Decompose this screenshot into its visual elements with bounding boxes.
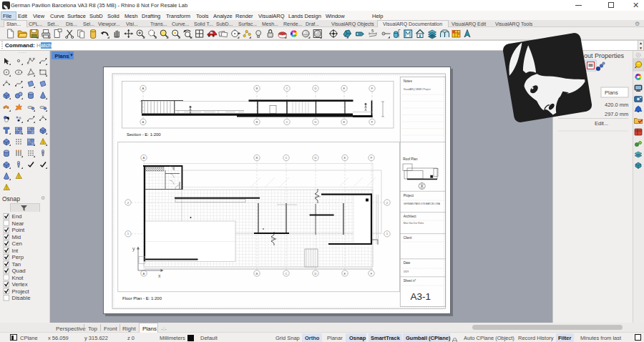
svg-text:F: F — [371, 156, 373, 160]
svg-text:A: A — [142, 87, 145, 90]
svg-text:E: E — [343, 120, 346, 124]
svg-text:B: B — [256, 120, 258, 124]
svg-text:C: C — [286, 120, 288, 124]
svg-text:B: B — [256, 272, 258, 275]
svg-text:Vertex: Vertex — [12, 281, 28, 288]
svg-text:Section - E: 1:200: Section - E: 1:200 — [127, 132, 161, 137]
svg-text:Disable: Disable — [12, 295, 31, 301]
svg-text:Knot: Knot — [12, 275, 24, 281]
svg-text:Cen: Cen — [12, 240, 22, 247]
svg-text:D: D — [314, 120, 316, 124]
svg-text:x: x — [158, 273, 161, 278]
svg-text:A: A — [142, 120, 145, 124]
svg-text:Sheet n°: Sheet n° — [404, 279, 416, 283]
svg-text:End: End — [12, 213, 22, 220]
svg-text:C: C — [285, 272, 287, 275]
svg-text:420.0 mm: 420.0 mm — [605, 102, 628, 108]
svg-text:Notes: Notes — [404, 79, 413, 83]
svg-text:E: E — [344, 272, 346, 275]
svg-text:Perp: Perp — [12, 254, 24, 260]
svg-text:D: D — [314, 87, 316, 90]
svg-text:Architect: Architect — [404, 215, 417, 218]
svg-text:Project: Project — [404, 194, 414, 197]
svg-text:B: B — [256, 87, 258, 90]
svg-text:y: y — [132, 246, 135, 252]
svg-text:C: C — [286, 87, 288, 90]
svg-text:Point: Point — [12, 227, 26, 233]
svg-text:E: E — [343, 87, 346, 90]
svg-text:F: F — [371, 87, 374, 90]
svg-text:Roof Plan: Roof Plan — [403, 157, 418, 161]
svg-text:D: D — [314, 272, 316, 275]
svg-text:Project: Project — [12, 288, 30, 295]
svg-text:Client: Client — [404, 236, 412, 240]
svg-text:Plans: Plans — [605, 89, 618, 96]
svg-text:B: B — [256, 156, 258, 160]
svg-text:D: D — [314, 156, 316, 160]
svg-text:A3-1: A3-1 — [411, 291, 431, 302]
svg-text:1929: 1929 — [404, 270, 409, 273]
svg-text:F: F — [371, 272, 373, 275]
svg-text:Int: Int — [12, 248, 19, 254]
svg-text:Date: Date — [404, 261, 411, 265]
svg-text:Quad: Quad — [12, 268, 26, 274]
svg-text:A: A — [143, 156, 145, 160]
svg-text:Floor Plan - E: 1:200: Floor Plan - E: 1:200 — [122, 296, 162, 301]
svg-text:297.0 mm: 297.0 mm — [605, 111, 628, 117]
svg-text:Edit...: Edit... — [595, 120, 608, 127]
svg-text:Mid: Mid — [12, 234, 21, 240]
svg-text:VisualARQ DEMO Project: VisualARQ DEMO Project — [404, 88, 431, 91]
svg-text:Mies Van Der Rohe: Mies Van Der Rohe — [404, 222, 424, 225]
svg-text:Tan: Tan — [12, 261, 21, 268]
svg-text:C: C — [285, 156, 287, 160]
svg-text:Near: Near — [12, 220, 24, 227]
svg-text:F: F — [371, 120, 374, 124]
svg-text:E: E — [344, 156, 346, 160]
svg-text:GERMAN PAVILION BARCELONA: GERMAN PAVILION BARCELONA — [404, 202, 441, 205]
